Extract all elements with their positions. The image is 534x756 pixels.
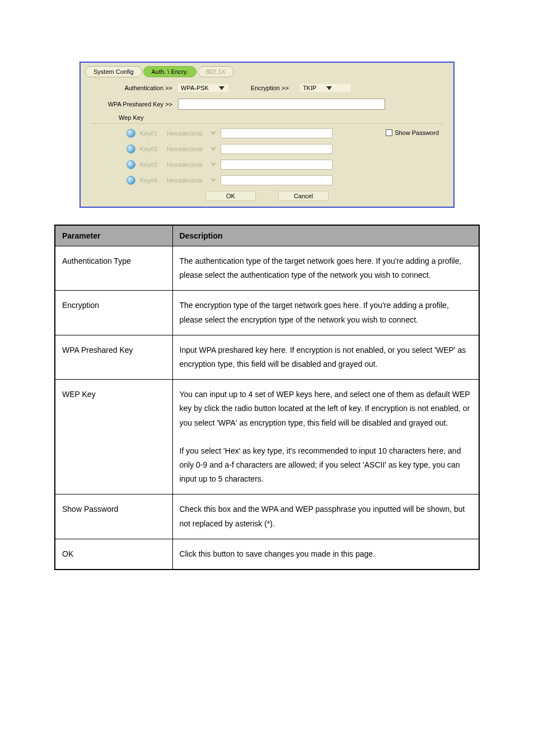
- cancel-button[interactable]: Cancel: [278, 191, 329, 201]
- chevron-down-icon: [210, 132, 216, 136]
- table-cell-parameter: WEP Key: [55, 380, 172, 494]
- wep-key-2-format[interactable]: Hexadecimal: [167, 146, 216, 152]
- wep-key-2-label: Key#2: [140, 146, 162, 152]
- auth-value: WPA-PSK: [181, 85, 209, 91]
- wep-radio-4[interactable]: [127, 176, 135, 185]
- ok-button[interactable]: OK: [205, 191, 256, 201]
- wep-key-3-format[interactable]: Hexadecimal: [167, 161, 216, 168]
- table-cell-parameter: Show Password: [55, 494, 172, 539]
- chevron-down-icon: [210, 147, 216, 151]
- tab-bar: System Config Auth. \ Encry. 802.1X: [81, 63, 453, 77]
- wep-key-3-label: Key#3: [140, 161, 162, 168]
- psk-row: WPA Preshared Key >>: [81, 99, 453, 110]
- auth-select[interactable]: WPA-PSK: [178, 84, 228, 92]
- wep-key-4-label: Key#4: [140, 177, 162, 184]
- wep-key-4-input[interactable]: [221, 175, 332, 185]
- chevron-down-icon: [326, 86, 332, 90]
- table-header-row: Parameter Description: [55, 225, 479, 246]
- wep-radio-3[interactable]: [127, 160, 135, 169]
- wep-radio-2[interactable]: [127, 144, 135, 153]
- table-cell-parameter: WPA Preshared Key: [55, 335, 172, 379]
- table-cell-description: Check this box and the WPA and WEP passp…: [172, 494, 479, 539]
- wep-key-1-input[interactable]: [221, 128, 332, 138]
- table-row: OKClick this button to save changes you …: [55, 539, 479, 570]
- encryption-label: Encryption >>: [251, 85, 289, 91]
- table-header-parameter: Parameter: [55, 225, 172, 246]
- show-password-checkbox[interactable]: [386, 129, 392, 136]
- table-cell-parameter: OK: [55, 539, 172, 570]
- wep-row-2: Key#2 Hexadecimal: [127, 144, 443, 154]
- table-header-description: Description: [172, 225, 479, 246]
- wep-key-4-format[interactable]: Hexadecimal: [167, 177, 216, 184]
- table-cell-description: Input WPA preshared key here. If encrypt…: [172, 335, 479, 379]
- table-row: Show PasswordCheck this box and the WPA …: [55, 494, 479, 539]
- parameter-table: Parameter Description Authentication Typ…: [54, 225, 480, 570]
- wep-key-1-format[interactable]: Hexadecimal: [167, 130, 216, 137]
- auth-encry-panel: System Config Auth. \ Encry. 802.1X Auth…: [81, 63, 453, 207]
- auth-label: Authentication >>: [88, 85, 178, 91]
- chevron-down-icon: [210, 163, 216, 167]
- button-bar: OK Cancel: [81, 191, 453, 201]
- wep-row-4: Key#4 Hexadecimal: [127, 175, 443, 185]
- tab-8021x: 802.1X: [198, 66, 234, 77]
- table-cell-parameter: Encryption: [55, 291, 172, 335]
- table-cell-description: The authentication type of the target ne…: [172, 246, 479, 291]
- wep-key-3-input[interactable]: [221, 160, 332, 170]
- wep-rows: Show Password Key#1 Hexadecimal Key#2 He: [91, 123, 443, 185]
- encryption-select[interactable]: TKIP: [300, 84, 350, 92]
- wep-row-3: Key#3 Hexadecimal: [127, 160, 443, 170]
- table-row: EncryptionThe encryption type of the tar…: [55, 291, 479, 335]
- psk-label: WPA Preshared Key >>: [88, 101, 178, 108]
- auth-row: Authentication >> WPA-PSK Encryption >> …: [81, 84, 453, 92]
- table-cell-description: The encryption type of the target networ…: [172, 291, 479, 335]
- wep-key-2-input[interactable]: [221, 144, 332, 154]
- table-cell-description: You can input up to 4 set of WEP keys he…: [172, 380, 479, 494]
- table-cell-parameter: Authentication Type: [55, 246, 172, 291]
- psk-input[interactable]: [178, 99, 385, 110]
- wep-section: Wep Key Show Password Key#1 Hexadecimal: [91, 114, 443, 185]
- show-password[interactable]: Show Password: [386, 129, 439, 136]
- wep-radio-1[interactable]: [127, 129, 135, 138]
- encryption-value: TKIP: [303, 85, 316, 91]
- table-cell-description: Click this button to save changes you ma…: [172, 539, 479, 570]
- tab-auth-encry[interactable]: Auth. \ Encry.: [143, 66, 196, 77]
- tab-system-config[interactable]: System Config: [85, 66, 142, 77]
- table-row: WEP KeyYou can input up to 4 set of WEP …: [55, 380, 479, 494]
- wep-header: Wep Key: [119, 114, 443, 121]
- wep-key-1-label: Key#1: [140, 130, 162, 137]
- table-row: WPA Preshared KeyInput WPA preshared key…: [55, 335, 479, 379]
- chevron-down-icon: [219, 86, 224, 90]
- settings-dialog: System Config Auth. \ Encry. 802.1X Auth…: [79, 62, 455, 208]
- show-password-label: Show Password: [395, 129, 439, 136]
- table-row: Authentication TypeThe authentication ty…: [55, 246, 479, 291]
- chevron-down-icon: [210, 179, 216, 183]
